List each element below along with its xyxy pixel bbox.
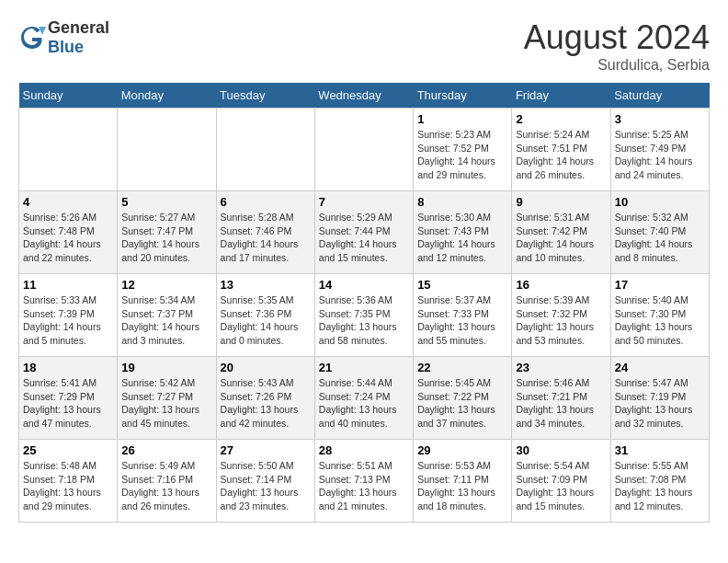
cell-content: Sunrise: 5:51 AMSunset: 7:13 PMDaylight:… <box>319 459 409 513</box>
day-number: 20 <box>221 361 311 374</box>
calendar-cell: 31Sunrise: 5:55 AMSunset: 7:08 PMDayligh… <box>610 440 709 523</box>
day-number: 22 <box>417 361 507 374</box>
cell-content: Sunrise: 5:23 AMSunset: 7:52 PMDaylight:… <box>417 128 507 182</box>
calendar-cell: 1Sunrise: 5:23 AMSunset: 7:52 PMDaylight… <box>414 109 512 191</box>
calendar-cell: 18Sunrise: 5:41 AMSunset: 7:29 PMDayligh… <box>19 357 118 440</box>
calendar-cell: 21Sunrise: 5:44 AMSunset: 7:24 PMDayligh… <box>314 357 413 440</box>
week-row-5: 25Sunrise: 5:48 AMSunset: 7:18 PMDayligh… <box>19 440 710 523</box>
day-number: 17 <box>615 278 705 292</box>
day-number: 12 <box>121 278 211 292</box>
calendar-cell: 8Sunrise: 5:30 AMSunset: 7:43 PMDaylight… <box>414 191 512 274</box>
day-header-monday: Monday <box>118 83 216 109</box>
calendar-cell: 6Sunrise: 5:28 AMSunset: 7:46 PMDaylight… <box>216 191 314 274</box>
day-number: 21 <box>319 361 409 374</box>
day-number: 23 <box>516 361 606 374</box>
day-number: 7 <box>319 195 409 209</box>
week-row-4: 18Sunrise: 5:41 AMSunset: 7:29 PMDayligh… <box>19 357 710 440</box>
cell-content: Sunrise: 5:27 AMSunset: 7:47 PMDaylight:… <box>121 211 211 265</box>
cell-content: Sunrise: 5:42 AMSunset: 7:27 PMDaylight:… <box>121 376 211 431</box>
day-number: 18 <box>23 361 113 374</box>
cell-content: Sunrise: 5:53 AMSunset: 7:11 PMDaylight:… <box>417 459 507 513</box>
calendar-cell: 9Sunrise: 5:31 AMSunset: 7:42 PMDaylight… <box>512 191 610 274</box>
cell-content: Sunrise: 5:44 AMSunset: 7:24 PMDaylight:… <box>319 376 409 431</box>
cell-content: Sunrise: 5:49 AMSunset: 7:16 PMDaylight:… <box>121 459 211 513</box>
day-number: 25 <box>23 443 113 457</box>
cell-content: Sunrise: 5:45 AMSunset: 7:22 PMDaylight:… <box>417 376 507 431</box>
cell-content: Sunrise: 5:36 AMSunset: 7:35 PMDaylight:… <box>319 293 409 348</box>
calendar-cell: 24Sunrise: 5:47 AMSunset: 7:19 PMDayligh… <box>610 357 709 440</box>
day-number: 26 <box>121 443 211 457</box>
day-header-thursday: Thursday <box>414 83 512 109</box>
calendar-cell: 29Sunrise: 5:53 AMSunset: 7:11 PMDayligh… <box>414 440 512 523</box>
cell-content: Sunrise: 5:46 AMSunset: 7:21 PMDaylight:… <box>516 376 606 431</box>
calendar-cell <box>216 109 314 191</box>
cell-content: Sunrise: 5:55 AMSunset: 7:08 PMDaylight:… <box>615 459 705 513</box>
cell-content: Sunrise: 5:30 AMSunset: 7:43 PMDaylight:… <box>417 211 507 265</box>
cell-content: Sunrise: 5:35 AMSunset: 7:36 PMDaylight:… <box>221 293 311 348</box>
day-number: 29 <box>417 443 507 457</box>
calendar-cell: 12Sunrise: 5:34 AMSunset: 7:37 PMDayligh… <box>118 274 216 357</box>
day-number: 14 <box>319 278 409 292</box>
day-header-saturday: Saturday <box>610 83 709 109</box>
cell-content: Sunrise: 5:28 AMSunset: 7:46 PMDaylight:… <box>221 211 311 265</box>
day-number: 24 <box>615 361 705 374</box>
day-number: 3 <box>615 112 705 126</box>
day-number: 27 <box>221 443 311 457</box>
day-number: 1 <box>417 112 507 126</box>
calendar-cell: 15Sunrise: 5:37 AMSunset: 7:33 PMDayligh… <box>414 274 512 357</box>
day-number: 6 <box>221 195 311 209</box>
cell-content: Sunrise: 5:39 AMSunset: 7:32 PMDaylight:… <box>516 293 606 348</box>
title-area: August 2024 Surdulica, Serbia <box>524 18 710 74</box>
cell-content: Sunrise: 5:29 AMSunset: 7:44 PMDaylight:… <box>319 211 409 265</box>
calendar-cell: 7Sunrise: 5:29 AMSunset: 7:44 PMDaylight… <box>314 191 413 274</box>
calendar-cell: 22Sunrise: 5:45 AMSunset: 7:22 PMDayligh… <box>414 357 512 440</box>
calendar-cell: 2Sunrise: 5:24 AMSunset: 7:51 PMDaylight… <box>512 109 610 191</box>
week-row-3: 11Sunrise: 5:33 AMSunset: 7:39 PMDayligh… <box>19 274 710 357</box>
day-header-wednesday: Wednesday <box>314 83 413 109</box>
calendar-cell: 5Sunrise: 5:27 AMSunset: 7:47 PMDaylight… <box>118 191 216 274</box>
calendar-header: SundayMondayTuesdayWednesdayThursdayFrid… <box>19 83 710 109</box>
calendar-cell: 20Sunrise: 5:43 AMSunset: 7:26 PMDayligh… <box>216 357 314 440</box>
calendar-cell: 19Sunrise: 5:42 AMSunset: 7:27 PMDayligh… <box>118 357 216 440</box>
header-row: SundayMondayTuesdayWednesdayThursdayFrid… <box>19 83 710 109</box>
header: General Blue August 2024 Surdulica, Serb… <box>18 18 710 74</box>
cell-content: Sunrise: 5:47 AMSunset: 7:19 PMDaylight:… <box>615 376 705 431</box>
cell-content: Sunrise: 5:26 AMSunset: 7:48 PMDaylight:… <box>23 211 113 265</box>
day-header-tuesday: Tuesday <box>216 83 314 109</box>
day-number: 30 <box>516 443 606 457</box>
calendar-cell: 13Sunrise: 5:35 AMSunset: 7:36 PMDayligh… <box>216 274 314 357</box>
cell-content: Sunrise: 5:37 AMSunset: 7:33 PMDaylight:… <box>417 293 507 348</box>
cell-content: Sunrise: 5:50 AMSunset: 7:14 PMDaylight:… <box>221 459 311 513</box>
calendar-cell: 23Sunrise: 5:46 AMSunset: 7:21 PMDayligh… <box>512 357 610 440</box>
logo-text: General Blue <box>48 18 109 57</box>
calendar-cell: 17Sunrise: 5:40 AMSunset: 7:30 PMDayligh… <box>610 274 709 357</box>
day-header-friday: Friday <box>512 83 610 109</box>
calendar-cell: 30Sunrise: 5:54 AMSunset: 7:09 PMDayligh… <box>512 440 610 523</box>
day-number: 16 <box>516 278 606 292</box>
logo: General Blue <box>18 18 109 57</box>
day-number: 31 <box>615 443 705 457</box>
day-number: 28 <box>319 443 409 457</box>
week-row-2: 4Sunrise: 5:26 AMSunset: 7:48 PMDaylight… <box>19 191 710 274</box>
calendar-cell <box>118 109 216 191</box>
day-number: 15 <box>417 278 507 292</box>
calendar-body: 1Sunrise: 5:23 AMSunset: 7:52 PMDaylight… <box>19 109 710 523</box>
day-header-sunday: Sunday <box>19 83 118 109</box>
day-number: 13 <box>221 278 311 292</box>
calendar-cell: 26Sunrise: 5:49 AMSunset: 7:16 PMDayligh… <box>118 440 216 523</box>
calendar-cell: 28Sunrise: 5:51 AMSunset: 7:13 PMDayligh… <box>314 440 413 523</box>
calendar-table: SundayMondayTuesdayWednesdayThursdayFrid… <box>18 83 710 523</box>
calendar-cell: 4Sunrise: 5:26 AMSunset: 7:48 PMDaylight… <box>19 191 118 274</box>
cell-content: Sunrise: 5:43 AMSunset: 7:26 PMDaylight:… <box>221 376 311 431</box>
cell-content: Sunrise: 5:33 AMSunset: 7:39 PMDaylight:… <box>23 293 113 348</box>
cell-content: Sunrise: 5:54 AMSunset: 7:09 PMDaylight:… <box>516 459 606 513</box>
month-year: August 2024 <box>524 18 710 57</box>
calendar-cell: 16Sunrise: 5:39 AMSunset: 7:32 PMDayligh… <box>512 274 610 357</box>
location: Surdulica, Serbia <box>524 57 710 74</box>
day-number: 19 <box>121 361 211 374</box>
day-number: 4 <box>23 195 113 209</box>
cell-content: Sunrise: 5:25 AMSunset: 7:49 PMDaylight:… <box>615 128 705 182</box>
day-number: 5 <box>121 195 211 209</box>
calendar-cell: 3Sunrise: 5:25 AMSunset: 7:49 PMDaylight… <box>610 109 709 191</box>
logo-icon <box>18 24 46 52</box>
